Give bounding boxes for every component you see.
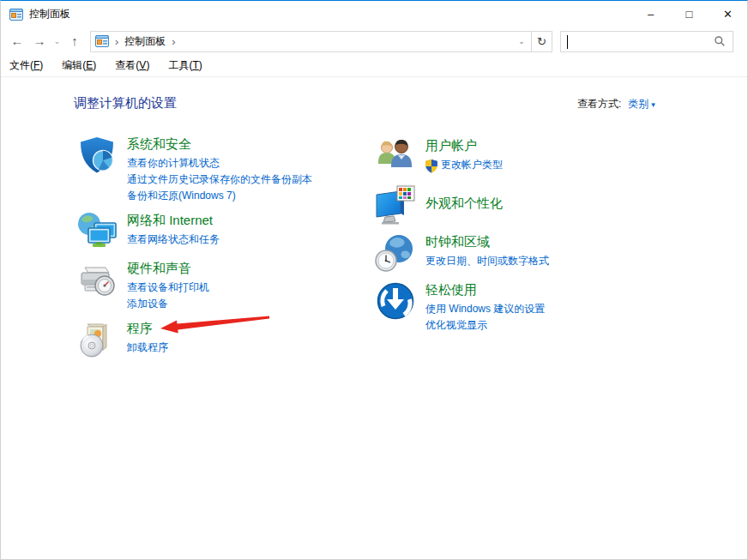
control-panel-window: 控制面板 – □ ✕ ← → ⌄ ↑ › 控制面板 › ⌄ ↻ 文件(F)编辑 <box>0 0 748 560</box>
task-link[interactable]: 优化视觉显示 <box>425 317 545 334</box>
category-title-link[interactable]: 轻松使用 <box>425 281 545 298</box>
maximize-button[interactable]: □ <box>670 1 709 27</box>
category-section: 用户帐户更改帐户类型 <box>375 136 667 178</box>
minimize-button[interactable]: – <box>631 1 670 27</box>
user-accounts-icon[interactable] <box>375 136 416 178</box>
category-title-link[interactable]: 外观和个性化 <box>425 195 503 212</box>
navigation-bar: ← → ⌄ ↑ › 控制面板 › ⌄ ↻ <box>1 28 747 54</box>
window-title: 控制面板 <box>29 7 70 21</box>
category-text-block: 外观和个性化 <box>425 184 503 226</box>
back-button[interactable]: ← <box>6 31 28 51</box>
category-text-block: 硬件和声音查看设备和打印机添加设备 <box>127 259 209 312</box>
task-link[interactable]: 卸载程序 <box>127 340 168 356</box>
title-bar: 控制面板 – □ ✕ <box>1 1 747 27</box>
category-column-right: 用户帐户更改帐户类型外观和个性化时钟和区域更改日期、时间或数字格式轻松使用使用 … <box>375 136 667 340</box>
category-text-block: 用户帐户更改帐户类型 <box>425 136 503 178</box>
view-by-label: 查看方式: <box>577 98 621 110</box>
category-title-link[interactable]: 程序 <box>127 320 168 337</box>
task-link[interactable]: 通过文件历史记录保存你的文件备份副本 <box>127 172 312 188</box>
category-text-block: 系统和安全查看你的计算机状态通过文件历史记录保存你的文件备份副本备份和还原(Wi… <box>127 135 312 204</box>
refresh-button[interactable]: ↻ <box>531 32 552 51</box>
control-panel-icon <box>95 34 109 48</box>
text-caret <box>567 35 568 49</box>
task-link[interactable]: 使用 Windows 建议的设置 <box>425 301 545 317</box>
search-icon <box>714 35 726 47</box>
category-title-link[interactable]: 网络和 Internet <box>127 212 220 229</box>
menu-item-f[interactable]: 文件(F) <box>9 58 43 73</box>
forward-button[interactable]: → <box>28 31 51 51</box>
history-dropdown-icon[interactable]: ⌄ <box>51 37 63 45</box>
hardware-sound-icon[interactable] <box>76 259 118 300</box>
task-link[interactable]: 添加设备 <box>127 296 209 312</box>
category-title-link[interactable]: 时钟和区域 <box>425 233 549 250</box>
task-link[interactable]: 更改日期、时间或数字格式 <box>425 253 549 269</box>
search-input[interactable] <box>561 32 714 51</box>
task-link[interactable]: 查看网络状态和任务 <box>127 232 220 248</box>
address-bar-controls: ⌄ ↻ <box>512 32 552 51</box>
category-section: 硬件和声音查看设备和打印机添加设备 <box>76 259 368 312</box>
category-text-block: 网络和 Internet查看网络状态和任务 <box>127 211 220 252</box>
category-section: 系统和安全查看你的计算机状态通过文件历史记录保存你的文件备份副本备份和还原(Wi… <box>76 135 368 204</box>
view-by-category-link[interactable]: 类别 <box>628 98 648 110</box>
category-column-left: 系统和安全查看你的计算机状态通过文件历史记录保存你的文件备份副本备份和还原(Wi… <box>76 135 368 367</box>
programs-icon[interactable] <box>76 319 118 360</box>
task-link[interactable]: 查看你的计算机状态 <box>127 155 312 172</box>
view-by-control: 查看方式:类别▾ <box>577 97 655 111</box>
menu-item-v[interactable]: 查看(V) <box>115 58 149 73</box>
category-section: 时钟和区域更改日期、时间或数字格式 <box>375 232 667 274</box>
category-text-block: 程序卸载程序 <box>127 319 168 360</box>
close-button[interactable]: ✕ <box>709 1 747 27</box>
search-box[interactable] <box>560 31 733 52</box>
breadcrumb-control-panel[interactable]: 控制面板 <box>124 34 166 49</box>
menu-item-e[interactable]: 编辑(E) <box>62 58 96 73</box>
control-panel-icon <box>9 8 23 21</box>
menu-bar: 文件(F)编辑(E)查看(V)工具(T) <box>1 55 747 77</box>
chevron-right-icon[interactable]: › <box>115 32 118 51</box>
clock-region-icon[interactable] <box>375 232 416 274</box>
address-bar[interactable]: › 控制面板 › ⌄ ↻ <box>90 31 552 52</box>
main-content: 调整计算机的设置 查看方式:类别▾ 系统和安全查看你的计算机状态通过文件历史记录… <box>1 78 747 559</box>
category-section: 轻松使用使用 Windows 建议的设置优化视觉显示 <box>375 280 667 334</box>
page-title: 调整计算机的设置 <box>74 95 177 111</box>
window-controls: – □ ✕ <box>631 1 747 27</box>
chevron-right-icon[interactable]: › <box>172 32 175 51</box>
category-section: 网络和 Internet查看网络状态和任务 <box>76 211 368 252</box>
security-shield-icon[interactable] <box>76 135 118 176</box>
category-text-block: 轻松使用使用 Windows 建议的设置优化视觉显示 <box>425 280 545 334</box>
category-section: 外观和个性化 <box>375 184 667 226</box>
category-title-link[interactable]: 系统和安全 <box>127 135 312 153</box>
up-button[interactable]: ↑ <box>63 31 86 51</box>
appearance-icon[interactable] <box>375 184 416 226</box>
ease-of-access-icon[interactable] <box>375 280 416 322</box>
category-title-link[interactable]: 用户帐户 <box>425 137 503 154</box>
task-link[interactable]: 更改帐户类型 <box>425 157 503 173</box>
category-title-link[interactable]: 硬件和声音 <box>127 260 209 277</box>
menu-item-t[interactable]: 工具(T) <box>168 58 202 73</box>
task-link[interactable]: 查看设备和打印机 <box>127 280 209 296</box>
uac-shield-icon <box>425 160 437 172</box>
category-text-block: 时钟和区域更改日期、时间或数字格式 <box>425 232 549 274</box>
address-dropdown-icon[interactable]: ⌄ <box>512 37 531 45</box>
network-icon[interactable] <box>76 211 118 252</box>
category-section: 程序卸载程序 <box>76 319 368 360</box>
task-link[interactable]: 备份和还原(Windows 7) <box>127 188 312 204</box>
chevron-down-icon[interactable]: ▾ <box>651 100 655 109</box>
